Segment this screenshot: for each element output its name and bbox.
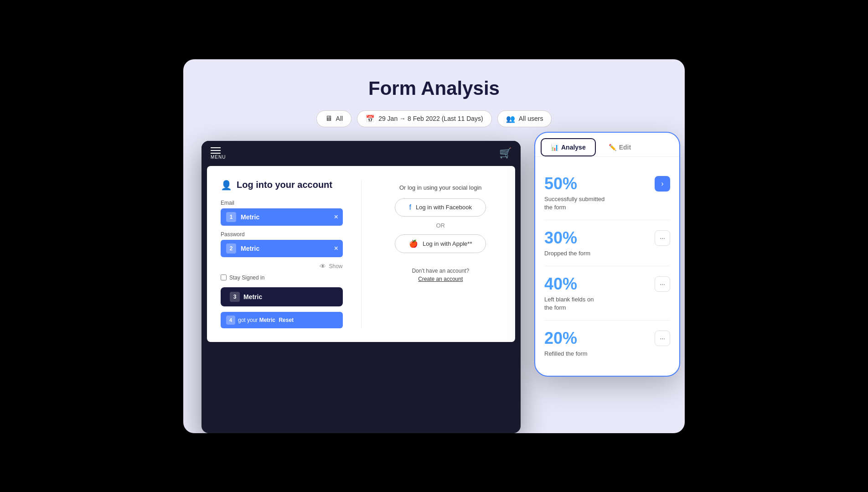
forgot-row[interactable]: 4 got your Metric Reset (221, 312, 343, 328)
field1-num: 1 (226, 212, 236, 222)
show-row: 👁 Show (221, 263, 343, 270)
login-btn-text: Metric (243, 293, 262, 300)
metric-percent-0: 50% (544, 174, 604, 193)
login-button[interactable]: 3 Metric (221, 287, 343, 306)
metric-row-0: 50% Successfully submittedthe form › (544, 166, 670, 220)
tablet-mockup: MENU 🛒 👤 Log into your account Email 1 M… (202, 141, 521, 433)
filter-users-label: All users (519, 115, 543, 122)
apple-btn-label: Log in with Apple** (423, 240, 472, 247)
tablet-content: 👤 Log into your account Email 1 Metric ✕… (207, 166, 515, 342)
metric-more-btn-2[interactable]: ··· (655, 276, 670, 292)
password-field[interactable]: 2 Metric ✕ (221, 240, 343, 257)
metric-row-1: 30% Dropped the form ··· (544, 220, 670, 266)
metric-more-btn-3[interactable]: ··· (655, 331, 670, 346)
phone-mockup: 📊 Analyse ✏️ Edit 50% Successfully submi… (534, 132, 680, 377)
phone-body: 50% Successfully submittedthe form › 30%… (535, 157, 679, 376)
metric-label-0: Successfully submittedthe form (544, 195, 604, 212)
metric-label-2: Left blank fields onthe form (544, 295, 594, 312)
password-label: Password (221, 231, 343, 238)
social-section: Or log in using your social login f Log … (380, 180, 502, 328)
tab-analyse[interactable]: 📊 Analyse (541, 138, 596, 156)
metric-row-2: 40% Left blank fields onthe form ··· (544, 266, 670, 321)
filter-date[interactable]: 📅 29 Jan → 8 Feb 2022 (Last 11 Days) (357, 110, 492, 127)
metric-percent-2: 40% (544, 274, 594, 294)
filters-row: 🖥 All 📅 29 Jan → 8 Feb 2022 (Last 11 Day… (316, 110, 552, 127)
tablet-topbar: MENU 🛒 (202, 141, 521, 166)
calendar-icon: 📅 (366, 114, 375, 123)
metric-percent-1: 30% (544, 228, 590, 248)
login-btn-num: 3 (230, 292, 240, 302)
apple-icon: 🍎 (409, 239, 418, 248)
facebook-login-btn[interactable]: f Log in with Facebook (395, 198, 486, 217)
stay-signed-row: Stay Signed in (221, 274, 343, 281)
cart-icon[interactable]: 🛒 (499, 147, 512, 159)
metric-label-1: Dropped the form (544, 249, 590, 258)
metric-more-btn-1[interactable]: ··· (655, 230, 670, 246)
facebook-btn-label: Log in with Facebook (416, 204, 472, 211)
user-icon: 👤 (221, 180, 232, 191)
show-label: Show (329, 263, 342, 269)
menu-label: MENU (211, 155, 226, 160)
field1-text: Metric (241, 213, 259, 221)
apple-login-btn[interactable]: 🍎 Log in with Apple** (395, 234, 486, 253)
email-label: Email (221, 200, 343, 206)
field2-text: Metric (241, 245, 259, 252)
tab-edit[interactable]: ✏️ Edit (599, 138, 640, 156)
field1-clear[interactable]: ✕ (334, 214, 338, 220)
login-header: 👤 Log into your account (221, 180, 343, 191)
metric-label-3: Refilled the form (544, 350, 588, 358)
users-icon: 👥 (506, 114, 515, 123)
phone-tabs: 📊 Analyse ✏️ Edit (535, 133, 679, 157)
field2-clear[interactable]: ✕ (334, 245, 338, 252)
forgot-num: 4 (226, 316, 235, 325)
stay-signed-checkbox[interactable] (221, 274, 227, 280)
metric-nav-btn-0[interactable]: › (655, 176, 670, 192)
content-area: MENU 🛒 👤 Log into your account Email 1 M… (202, 141, 666, 433)
or-divider: OR (436, 222, 445, 229)
divider (361, 180, 362, 328)
analyse-icon: 📊 (551, 144, 558, 151)
metric-row-3: 20% Refilled the form ··· (544, 321, 670, 366)
metric-percent-3: 20% (544, 329, 588, 348)
menu-icon[interactable] (211, 147, 221, 154)
forgot-text: got your Metric Reset (238, 317, 294, 323)
field2-num: 2 (226, 243, 236, 254)
login-section: 👤 Log into your account Email 1 Metric ✕… (221, 180, 343, 328)
facebook-icon: f (409, 203, 411, 212)
filter-all[interactable]: 🖥 All (316, 110, 352, 127)
no-account-text: Don't have an account? Create an account (412, 268, 469, 282)
login-title: Log into your account (237, 180, 332, 190)
edit-icon: ✏️ (609, 144, 616, 151)
main-container: Form Analysis 🖥 All 📅 29 Jan → 8 Feb 202… (183, 59, 685, 433)
page-title: Form Analysis (368, 78, 500, 99)
stay-signed-label: Stay Signed in (229, 274, 264, 281)
social-title: Or log in using your social login (399, 184, 482, 191)
email-field[interactable]: 1 Metric ✕ (221, 208, 343, 226)
filter-all-label: All (336, 115, 343, 122)
filter-users[interactable]: 👥 All users (497, 110, 552, 127)
filter-date-label: 29 Jan → 8 Feb 2022 (Last 11 Days) (378, 115, 483, 122)
create-account-link[interactable]: Create an account (412, 276, 469, 282)
monitor-icon: 🖥 (325, 114, 332, 123)
